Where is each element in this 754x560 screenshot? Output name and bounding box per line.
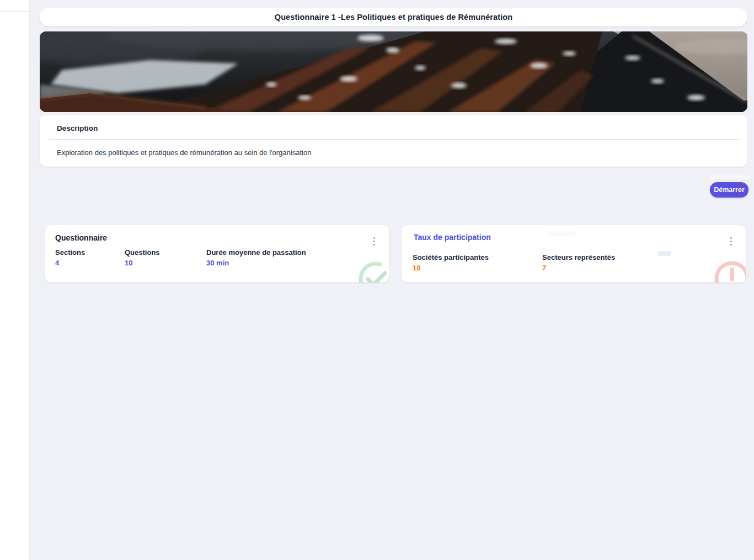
description-text: Exploration des politiques et pratiques … [57,148,311,157]
mountain-photo-illustration [40,31,747,112]
questionnaire-card: Questionnaire Sections 4 Questions 10 Du… [45,225,389,282]
stat-value: 10 [413,264,489,272]
stat-value: 30 min [206,259,306,267]
alert-circle-icon [713,259,746,282]
questionnaire-card-title: Questionnaire [55,233,107,242]
stat-value: 7 [542,264,615,272]
participation-card: Taux de participation Sociétés participa… [402,225,746,282]
participation-card-title: Taux de participation [414,233,491,242]
loading-skeleton-bar [549,231,575,236]
check-circle-icon [356,259,389,282]
page-title: Questionnaire 1 -Les Politiques et prati… [275,13,512,22]
kebab-menu-icon[interactable] [369,235,379,247]
page-title-bar: Questionnaire 1 -Les Politiques et prati… [40,8,747,26]
description-divider [49,139,740,140]
kebab-menu-icon[interactable] [726,235,736,247]
sidebar-divider [0,11,30,12]
loading-skeleton-bar [657,251,671,256]
description-heading: Description [57,124,98,132]
loading-skeleton-bar [709,175,750,179]
banner-mountain-image [40,31,747,112]
stat-value: 10 [125,259,160,267]
stat-sections: Sections 4 [55,248,85,267]
description-card: Description Exploration des politiques e… [40,115,747,167]
stat-label: Sociétés participantes [413,253,489,262]
stat-label: Secteurs représentés [542,253,615,262]
stat-companies: Sociétés participantes 10 [413,253,489,272]
left-sidebar [0,0,30,560]
stat-duration: Durée moyenne de passation 30 min [206,248,306,267]
stat-label: Questions [125,248,160,257]
stat-label: Durée moyenne de passation [206,248,306,257]
stat-value: 4 [55,259,85,267]
stat-questions: Questions 10 [125,248,160,267]
start-button[interactable]: Démarrer [710,182,748,198]
stat-sectors: Secteurs représentés 7 [542,253,615,272]
stat-label: Sections [55,248,85,257]
